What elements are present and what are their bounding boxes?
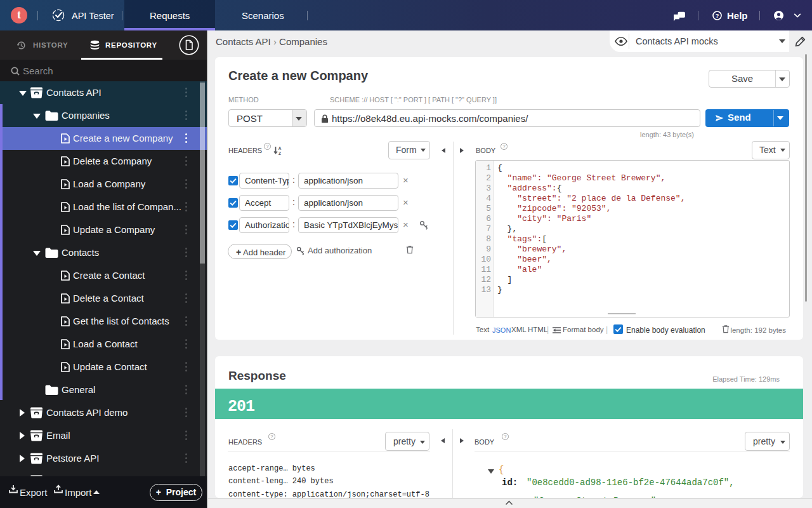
svg-text:?: ? [716, 13, 719, 19]
svg-text:A: A [278, 146, 282, 150]
svg-text:Z: Z [278, 151, 281, 156]
